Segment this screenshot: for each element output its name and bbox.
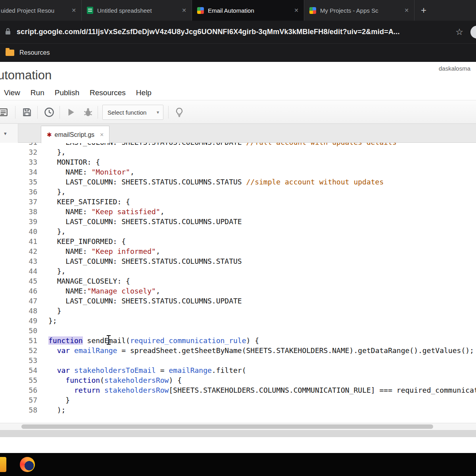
chevron-down-icon: ▾	[157, 109, 159, 115]
line-number: 54	[0, 365, 40, 375]
code-line: 36 },	[0, 187, 476, 197]
scrollbar-thumb[interactable]	[21, 424, 433, 429]
url-text[interactable]: script.google.com/d/11IjsVxSeZsfDeDjwV4z…	[17, 28, 451, 36]
line-number: 44	[0, 266, 40, 276]
sheets-icon	[87, 7, 93, 14]
line-text: function sendEmail(required_communicatio…	[40, 336, 259, 345]
project-header: utomation daskalosma	[0, 62, 476, 86]
file-tab-name: emailScript.gs	[55, 131, 94, 138]
line-text: LAST_COLUMN: SHEETS.STATUS.COLUMNS.UPDAT…	[40, 143, 397, 147]
select-function-dropdown[interactable]: Select function ▾	[102, 105, 163, 120]
line-text: return stakeholdersRow[SHEETS.STAKEHOLDE…	[40, 385, 476, 395]
bookmark-star-icon[interactable]: ☆	[455, 27, 463, 37]
browser-tab-bar: uided Project Resou ✕ Untitled spreadshe…	[0, 0, 476, 21]
history-button[interactable]	[41, 104, 57, 120]
save-button[interactable]	[19, 104, 35, 120]
line-number: 33	[0, 157, 40, 167]
apps-script-icon	[197, 7, 204, 14]
tab-close-icon[interactable]: ✕	[69, 7, 81, 13]
code-line: 46 NAME:"Manage closely",	[0, 286, 476, 296]
code-line: 37 KEEP_SATISFIED: {	[0, 197, 476, 207]
code-line: 40 },	[0, 226, 476, 236]
bookmark-resources[interactable]: Resources	[19, 49, 50, 56]
menu-help[interactable]: Help	[136, 88, 152, 97]
account-name[interactable]: daskalosma	[439, 65, 470, 72]
editor-toolbar: Select function ▾	[0, 100, 476, 124]
line-text: NAME: "Monitor",	[40, 167, 134, 177]
line-number: 34	[0, 167, 40, 177]
line-text: LAST_COLUMN: SHEETS.STATUS.COLUMNS.STATU…	[40, 177, 384, 187]
line-text: NAME:"Manage closely",	[40, 286, 160, 296]
tab-title: Email Automation	[208, 7, 292, 14]
line-number: 42	[0, 246, 40, 256]
code-line: 34 NAME: "Monitor",	[0, 167, 476, 177]
menu-publish[interactable]: Publish	[55, 88, 79, 97]
line-text: LAST_COLUMN: SHEETS.STATUS.COLUMNS.STATU…	[40, 256, 242, 266]
line-number: 38	[0, 207, 40, 217]
avatar[interactable]	[470, 26, 476, 38]
line-number: 53	[0, 355, 40, 365]
line-text: );	[40, 405, 65, 415]
line-text: },	[40, 266, 65, 276]
tab-close-icon[interactable]: ✕	[402, 7, 414, 13]
line-number: 57	[0, 395, 40, 405]
line-text: MANAGE_CLOSELY: {	[40, 276, 130, 286]
code-line: 53	[0, 355, 476, 365]
line-number: 35	[0, 177, 40, 187]
code-line: 54 var stakeholdersToEmail = emailRange.…	[0, 365, 476, 375]
line-number: 56	[0, 385, 40, 395]
horizontal-scrollbar	[0, 423, 476, 430]
browser-tab-email-automation-active[interactable]: Email Automation ✕	[192, 0, 304, 21]
code-line: 51function sendEmail(required_communicat…	[0, 336, 476, 345]
new-tab-button[interactable]: +	[415, 0, 433, 21]
code-line: 47 LAST_COLUMN: SHEETS.STATUS.COLUMNS.UP…	[0, 296, 476, 306]
line-number: 52	[0, 345, 40, 355]
window-edge	[0, 430, 476, 437]
firefox-icon[interactable]	[20, 457, 35, 472]
run-button[interactable]	[63, 104, 79, 120]
bookmarks-bar: Resources	[0, 44, 476, 62]
collapse-arrow-icon[interactable]: ▾	[4, 131, 7, 136]
browser-tab-guided-project[interactable]: uided Project Resou ✕	[0, 0, 82, 21]
code-editor[interactable]: 31 LAST_COLUMN: SHEETS.STATUS.COLUMNS.UP…	[0, 143, 476, 423]
code-line: 42 NAME: "Keep informed",	[0, 246, 476, 256]
line-text: }	[40, 395, 70, 405]
select-function-label: Select function	[107, 109, 146, 116]
app-launcher-icon[interactable]	[0, 457, 6, 472]
files-panel-collapsed: ▾	[0, 124, 18, 143]
menu-bar: View Run Publish Resources Help	[0, 86, 476, 100]
desktop-gap	[0, 437, 476, 453]
line-number: 45	[0, 276, 40, 286]
code-line: 45 MANAGE_CLOSELY: {	[0, 276, 476, 286]
code-line: 52 var emailRange = spreadSheet.getSheet…	[0, 345, 476, 355]
tab-title: Untitled spreadsheet	[97, 7, 179, 14]
file-tab-close-icon[interactable]: ×	[100, 131, 104, 138]
line-text: },	[40, 187, 65, 197]
browser-tab-spreadsheet[interactable]: Untitled spreadsheet ✕	[82, 0, 192, 21]
address-bar: script.google.com/d/11IjsVxSeZsfDeDjwV4z…	[0, 21, 476, 44]
hints-lightbulb-button[interactable]	[171, 104, 187, 120]
menu-resources[interactable]: Resources	[90, 88, 126, 97]
console-icon[interactable]	[0, 104, 11, 120]
code-line: 31 LAST_COLUMN: SHEETS.STATUS.COLUMNS.UP…	[0, 143, 476, 147]
code-lines: 31 LAST_COLUMN: SHEETS.STATUS.COLUMNS.UP…	[0, 143, 476, 415]
toolbar-separator	[98, 106, 98, 119]
text-cursor	[108, 336, 109, 344]
tab-close-icon[interactable]: ✕	[179, 7, 192, 13]
file-tab-emailscript[interactable]: ✱ emailScript.gs ×	[41, 126, 109, 143]
lock-icon[interactable]	[5, 28, 11, 36]
line-number: 37	[0, 197, 40, 207]
menu-view[interactable]: View	[4, 88, 20, 97]
menu-run[interactable]: Run	[31, 88, 44, 97]
tab-close-icon[interactable]: ✕	[292, 7, 304, 13]
line-text: },	[40, 147, 65, 157]
folder-icon	[6, 50, 14, 56]
line-text: KEEP_INFORMED: {	[40, 236, 126, 246]
line-text: NAME: "Keep satisfied",	[40, 207, 165, 217]
line-text: MONITOR: {	[40, 157, 100, 167]
line-number: 51	[0, 336, 40, 345]
line-text	[40, 355, 48, 365]
taskbar	[0, 453, 476, 476]
debug-button[interactable]	[80, 104, 96, 120]
browser-tab-my-projects[interactable]: My Projects - Apps Sc ✕	[304, 0, 415, 21]
